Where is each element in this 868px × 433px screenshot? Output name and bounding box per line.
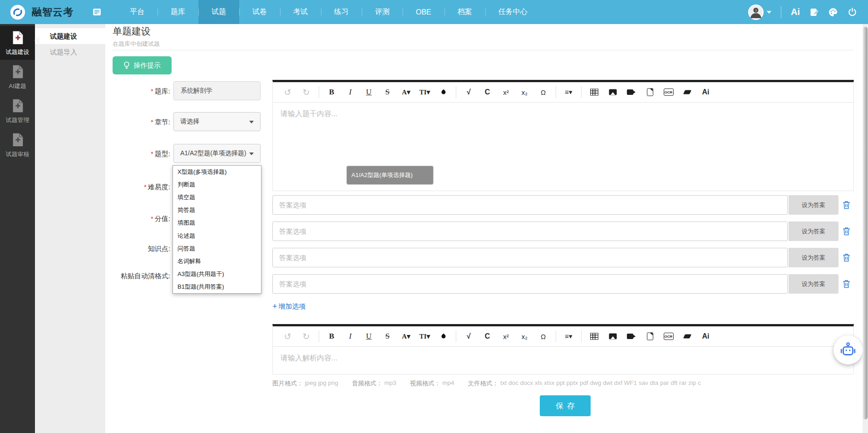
formula-icon[interactable]: √: [459, 330, 478, 343]
theme-palette-icon[interactable]: [828, 7, 838, 17]
submenu-item-question-import[interactable]: 试题导入: [35, 44, 105, 60]
ocr-icon[interactable]: OCR: [659, 85, 678, 99]
nav-item-task-center[interactable]: 任务中心: [485, 0, 541, 24]
nav-item-evaluation[interactable]: 评测: [362, 0, 403, 24]
clear-format-icon[interactable]: [678, 330, 696, 343]
question-type-option[interactable]: 问答题: [173, 242, 261, 255]
special-character-icon[interactable]: Ω: [534, 330, 552, 343]
superscript-icon[interactable]: x²: [497, 330, 515, 343]
question-type-select[interactable]: A1/A2型题(单项选择题): [173, 144, 261, 163]
question-type-option[interactable]: 判断题: [173, 178, 261, 191]
nav-item-question-bank[interactable]: 题库: [158, 0, 198, 24]
video-icon[interactable]: [622, 85, 641, 99]
nav-item-papers[interactable]: 试卷: [239, 0, 280, 24]
delete-option-button[interactable]: [838, 195, 854, 215]
stem-editor-body[interactable]: 请输入题干内容...: [273, 103, 853, 126]
table-icon[interactable]: [585, 330, 603, 343]
scrollbar[interactable]: [863, 24, 868, 433]
subscript-icon[interactable]: x₂: [515, 330, 534, 343]
ai-format-icon[interactable]: Ai: [696, 85, 715, 99]
user-menu[interactable]: ?: [748, 4, 771, 20]
image-icon[interactable]: [603, 85, 622, 99]
redo-icon[interactable]: ↻: [297, 85, 316, 99]
feedback-icon[interactable]: [809, 8, 819, 17]
question-bank-input[interactable]: [173, 81, 261, 100]
highlight-color-icon[interactable]: [434, 330, 453, 343]
font-color-icon[interactable]: A▾: [397, 85, 415, 99]
strikethrough-icon[interactable]: S: [378, 330, 397, 343]
sidebar-item-question-manage[interactable]: 试题管理: [0, 94, 35, 128]
subscript-icon[interactable]: x₂: [515, 85, 534, 99]
logout-power-icon[interactable]: [848, 7, 857, 17]
sidebar-item-question-review[interactable]: 试题审核: [0, 128, 35, 162]
question-type-option[interactable]: 名词解释: [173, 255, 261, 268]
delete-option-button[interactable]: [838, 221, 854, 241]
ai-assistant-button[interactable]: Ai: [791, 7, 800, 17]
image-icon[interactable]: [603, 330, 622, 343]
answer-option-input[interactable]: [272, 195, 788, 215]
chemistry-icon[interactable]: C: [478, 330, 497, 343]
superscript-icon[interactable]: x²: [497, 85, 515, 99]
ai-format-icon[interactable]: Ai: [696, 330, 715, 343]
nav-item-obe[interactable]: OBE: [403, 0, 444, 24]
font-size-icon[interactable]: TI▾: [415, 85, 434, 99]
sidebar-item-question-build[interactable]: 试题建设: [0, 26, 35, 60]
attachment-icon[interactable]: [641, 85, 659, 99]
set-answer-button[interactable]: 设为答案: [789, 248, 838, 267]
question-type-option[interactable]: 论述题: [173, 229, 261, 242]
question-type-option[interactable]: A1/A2型题(单项选择题): [346, 166, 434, 185]
bold-icon[interactable]: B: [322, 330, 341, 343]
font-size-icon[interactable]: TI▾: [415, 330, 434, 343]
video-icon[interactable]: [622, 330, 641, 343]
undo-icon[interactable]: ↺: [278, 85, 297, 99]
redo-icon[interactable]: ↻: [297, 330, 316, 343]
operation-tip-button[interactable]: 操作提示: [113, 56, 172, 74]
sidebar-item-ai-build[interactable]: AI建题: [0, 60, 35, 94]
menu-toggle-icon[interactable]: [93, 8, 101, 16]
question-type-option[interactable]: 填图题: [173, 216, 261, 229]
answer-option-input[interactable]: [272, 274, 788, 294]
question-type-option[interactable]: X型题(多项选择题): [173, 166, 261, 178]
scrollbar-thumb[interactable]: [863, 27, 868, 419]
formula-icon[interactable]: √: [459, 85, 478, 99]
brand[interactable]: 融智云考: [9, 4, 74, 21]
set-answer-button[interactable]: 设为答案: [789, 221, 838, 241]
add-option-link[interactable]: + 增加选项: [272, 302, 306, 311]
font-color-icon[interactable]: A▾: [397, 330, 415, 343]
highlight-color-icon[interactable]: [434, 85, 453, 99]
italic-icon[interactable]: I: [341, 330, 360, 343]
question-type-option[interactable]: 简答题: [173, 204, 261, 216]
question-type-option[interactable]: A3型题(共用题干): [173, 268, 261, 280]
question-type-option[interactable]: B1型题(共用答案): [173, 280, 261, 293]
italic-icon[interactable]: I: [341, 85, 360, 99]
nav-item-exams[interactable]: 考试: [280, 0, 321, 24]
chemistry-icon[interactable]: C: [478, 85, 497, 99]
table-icon[interactable]: [585, 85, 603, 99]
ai-robot-button[interactable]: [833, 335, 863, 364]
submenu-item-question-build[interactable]: 试题建设: [35, 28, 105, 44]
underline-icon[interactable]: U: [360, 85, 378, 99]
answer-option-input[interactable]: [272, 221, 788, 241]
bold-icon[interactable]: B: [322, 85, 341, 99]
delete-option-button[interactable]: [838, 274, 854, 294]
underline-icon[interactable]: U: [360, 330, 378, 343]
question-type-option[interactable]: 填空题: [173, 191, 261, 204]
attachment-icon[interactable]: [641, 330, 659, 343]
set-answer-button[interactable]: 设为答案: [789, 274, 838, 294]
ocr-icon[interactable]: OCR: [659, 330, 678, 343]
chapter-select[interactable]: 请选择: [173, 112, 261, 131]
delete-option-button[interactable]: [838, 248, 854, 267]
clear-format-icon[interactable]: [678, 85, 696, 99]
set-answer-button[interactable]: 设为答案: [789, 195, 838, 215]
nav-item-platform[interactable]: 平台: [117, 0, 158, 24]
nav-item-archives[interactable]: 档案: [444, 0, 485, 24]
undo-icon[interactable]: ↺: [278, 330, 297, 343]
nav-item-questions[interactable]: 试题: [198, 0, 239, 24]
answer-option-input[interactable]: [272, 248, 788, 267]
nav-item-practice[interactable]: 练习: [321, 0, 362, 24]
align-icon[interactable]: ≡▾: [559, 330, 578, 343]
strikethrough-icon[interactable]: S: [378, 85, 397, 99]
analysis-editor-body[interactable]: 请输入解析内容...: [273, 347, 853, 370]
special-character-icon[interactable]: Ω: [534, 85, 552, 99]
align-icon[interactable]: ≡▾: [559, 85, 578, 99]
